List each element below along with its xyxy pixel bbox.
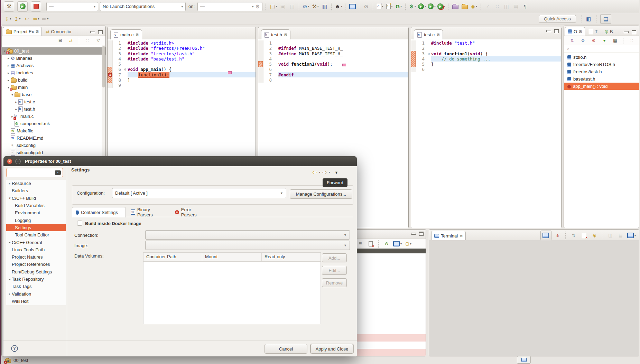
- chevron-down-icon[interactable]: ▾: [47, 17, 48, 20]
- view-menu-dots-button[interactable]: ∷: [83, 36, 92, 45]
- view-menu-icon[interactable]: ▼: [335, 170, 338, 175]
- open-console-button[interactable]: ▢▾: [404, 239, 412, 248]
- new-cpp-file-button[interactable]: c▾: [385, 2, 393, 11]
- build-all-button[interactable]: ⚒▾: [311, 2, 319, 11]
- hide-static-button[interactable]: ⊘: [590, 36, 598, 45]
- connection-target-combo[interactable]: — ▾ ⚙: [197, 2, 262, 11]
- run-as-button[interactable]: ▶▾: [418, 2, 426, 11]
- cancel-button[interactable]: Cancel: [265, 344, 307, 354]
- tree-item-build[interactable]: ▸build: [2, 76, 105, 84]
- clear-search-icon[interactable]: ×: [55, 170, 61, 175]
- outline-item-app-main-void[interactable]: app_main() : void: [564, 83, 639, 90]
- tab-binary-parsers[interactable]: 010 Binary Parsers: [127, 207, 170, 217]
- apply-and-close-button[interactable]: Apply and Close: [310, 344, 353, 354]
- expand-arrow-icon[interactable]: ▸: [6, 78, 11, 82]
- chevron-down-icon[interactable]: ▾: [38, 17, 39, 20]
- view-menu-button[interactable]: ▽: [94, 36, 102, 45]
- error-marker-icon[interactable]: x: [108, 73, 112, 77]
- chevron-down-icon[interactable]: ▾: [19, 17, 20, 20]
- data-volumes-table[interactable]: Container Path Mount Read-only: [143, 252, 321, 324]
- chevron-down-icon[interactable]: ▾: [10, 17, 11, 20]
- settings-tree-item-resource[interactable]: ▸Resource: [6, 180, 66, 187]
- chevron-down-icon[interactable]: ▾: [634, 234, 636, 237]
- tab-terminal[interactable]: Terminal ⊠: [431, 231, 466, 240]
- settings-tree-item-project-natures[interactable]: Project Natures: [6, 253, 66, 261]
- build-inside-docker-checkbox[interactable]: [77, 221, 82, 226]
- close-icon[interactable]: ⊠: [36, 30, 38, 34]
- minimize-icon[interactable]: [546, 30, 551, 32]
- new-class-button[interactable]: G▾: [395, 2, 403, 11]
- pin-console-button[interactable]: ⊙: [382, 239, 391, 248]
- close-icon[interactable]: ⊠: [460, 234, 462, 238]
- overview-ruler-marker[interactable]: [228, 71, 232, 74]
- chevron-down-icon[interactable]: ▾: [329, 171, 330, 174]
- close-icon[interactable]: ⊠: [579, 30, 582, 34]
- chevron-down-icon[interactable]: ▾: [341, 5, 342, 8]
- tree-item-makefile[interactable]: ◎Makefile: [2, 127, 105, 134]
- dialog-minimize-button[interactable]: ▫: [15, 159, 21, 164]
- code-area[interactable]: 1#include "test.h"23⊖void function1(void…: [411, 39, 561, 228]
- settings-tree-item-builders[interactable]: Builders: [6, 187, 66, 194]
- run-button[interactable]: ▶: [17, 1, 28, 12]
- open-resource-button[interactable]: [461, 2, 469, 11]
- chevron-down-icon[interactable]: ▾: [434, 5, 436, 8]
- settings-tree-item-logging[interactable]: Logging: [6, 216, 66, 224]
- expand-arrow-icon[interactable]: ▸: [8, 278, 12, 281]
- terminal-content[interactable]: [429, 240, 639, 356]
- help-button[interactable]: ?: [11, 345, 18, 352]
- settings-tree-item-task-tags[interactable]: Task Tags: [6, 283, 66, 290]
- maximize-icon[interactable]: [632, 30, 636, 34]
- expand-arrow-icon[interactable]: ▸: [8, 241, 12, 244]
- new-terminal-button[interactable]: ▾: [627, 231, 636, 240]
- settings-tree-item-task-repository[interactable]: ▸Task Repository: [6, 276, 66, 283]
- format-button[interactable]: ∕: [484, 2, 492, 11]
- settings-tree-item-linux-tools-path[interactable]: Linux Tools Path: [6, 246, 66, 253]
- launch-configuration-combo[interactable]: No Launch Configurations ▾: [100, 2, 186, 11]
- expand-arrow-icon[interactable]: ▸: [6, 64, 11, 67]
- connection-combo[interactable]: ▼: [145, 230, 350, 240]
- configuration-combo[interactable]: Default [ Active ] ▼: [112, 188, 286, 198]
- tab-main-c[interactable]: cmain.c⊠: [110, 29, 142, 40]
- last-edit-location-button[interactable]: ↩: [22, 15, 31, 24]
- outline-item-stdio-h[interactable]: stdio.h: [564, 54, 639, 61]
- clear-terminal-button[interactable]: [580, 231, 588, 240]
- debug-button[interactable]: ⚙▾: [408, 2, 417, 11]
- outline-item-freertos-freertos-h[interactable]: freertos/FreeRTOS.h: [564, 61, 639, 68]
- maximize-icon[interactable]: [419, 232, 424, 236]
- settings-tree-item-wikitext[interactable]: WikiText: [6, 298, 66, 305]
- add-button[interactable]: Add...: [322, 253, 347, 262]
- profile-button[interactable]: ▶▾: [437, 2, 446, 11]
- outline-view-menu[interactable]: ▽: [564, 45, 639, 53]
- settings-tree-item-c-c-general[interactable]: ▸C/C++ General: [6, 239, 66, 246]
- tab-task-list[interactable]: T: [586, 27, 601, 36]
- tree-item-sdkconfig-old[interactable]: ≡sdkconfig.old: [2, 149, 105, 156]
- tree-item-component-mk[interactable]: ◎component.mk: [2, 120, 105, 127]
- sort-button[interactable]: ⇅: [568, 36, 576, 45]
- fold-minus-icon[interactable]: ⊖: [123, 67, 128, 72]
- chevron-down-icon[interactable]: ▾: [319, 171, 320, 174]
- tab-build-targets[interactable]: ◎ B: [601, 27, 616, 36]
- maximize-icon[interactable]: [98, 30, 103, 34]
- maximize-icon[interactable]: [554, 29, 559, 33]
- settings-tree-item-tool-chain-editor[interactable]: Tool Chain Editor: [6, 231, 66, 239]
- hide-non-public-button[interactable]: ●: [600, 36, 609, 45]
- settings-tree-item-project-references[interactable]: Project References: [6, 261, 66, 268]
- previous-annotation-button[interactable]: ↥▾: [13, 15, 21, 24]
- settings-tree-item-run-debug-settings[interactable]: Run/Debug Settings: [6, 268, 66, 276]
- chevron-down-icon[interactable]: ▾: [400, 242, 402, 245]
- settings-tree-item-c-c-build[interactable]: ▾C/C++ Build: [6, 195, 66, 202]
- new-c-file-button[interactable]: c▾: [376, 2, 384, 11]
- show-whitespace-button[interactable]: ¶: [521, 2, 529, 11]
- lock-terminal-button[interactable]: ◉: [590, 231, 599, 240]
- chevron-down-icon[interactable]: ▾: [276, 5, 277, 8]
- remove-button[interactable]: Remove: [322, 278, 347, 287]
- chevron-down-icon[interactable]: ▾: [308, 5, 309, 8]
- forward-icon[interactable]: ⇨: [322, 169, 327, 176]
- gear-icon[interactable]: ⚙: [256, 4, 260, 9]
- progress-tray[interactable]: [517, 356, 531, 364]
- copy-view-button[interactable]: ◫: [502, 2, 511, 11]
- tree-item-00-test[interactable]: ▾Cx00_test: [2, 47, 105, 55]
- chevron-down-icon[interactable]: ▾: [444, 5, 445, 8]
- tree-item-main[interactable]: ▾xmain: [2, 84, 105, 91]
- expand-arrow-icon[interactable]: ▾: [10, 93, 15, 96]
